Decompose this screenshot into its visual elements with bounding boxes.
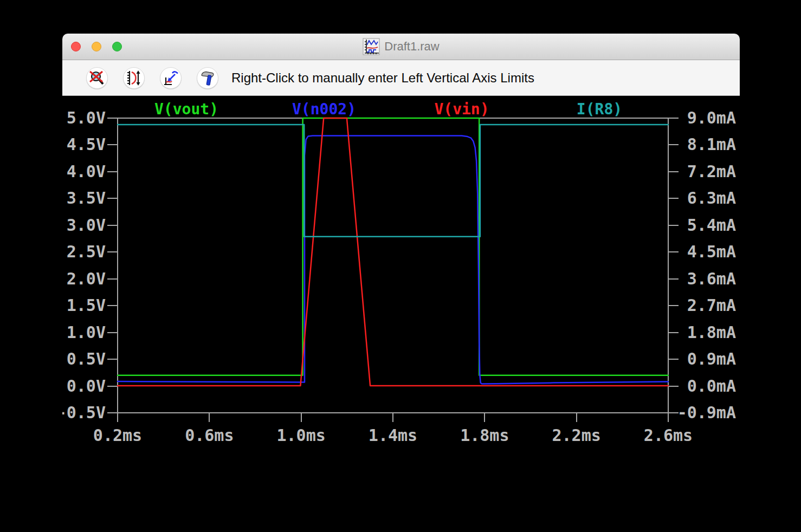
zoom-full-extents-icon bbox=[163, 70, 179, 86]
right-axis-tick-label: 1.8mA bbox=[687, 323, 736, 342]
left-axis-tick-label: 3.5V bbox=[67, 189, 106, 207]
title-group: Draft1.raw bbox=[363, 38, 439, 55]
right-axis-tick-label: 7.2mA bbox=[687, 162, 736, 181]
legend-vvin[interactable]: V(vin) bbox=[434, 100, 489, 118]
right-axis-tick-label: 2.7mA bbox=[687, 296, 736, 315]
legend-vn002[interactable]: V(n002) bbox=[292, 100, 356, 118]
minimize-button[interactable] bbox=[92, 42, 101, 51]
trace-ir8 bbox=[118, 125, 668, 237]
left-axis-tick-label: 1.5V bbox=[67, 296, 106, 315]
traffic-lights bbox=[71, 34, 122, 60]
left-axis-tick-label: 4.5V bbox=[67, 135, 106, 154]
plot-area: 0.2ms0.6ms1.0ms1.4ms1.8ms2.2ms2.6ms5.0V4… bbox=[62, 96, 740, 532]
titlebar[interactable]: Draft1.raw bbox=[62, 34, 740, 60]
left-axis-tick-label: 0.0V bbox=[67, 377, 106, 395]
x-axis-tick-label: 1.4ms bbox=[369, 426, 417, 445]
right-axis-tick-label: 8.1mA bbox=[687, 135, 736, 154]
x-axis-tick-label: 0.2ms bbox=[93, 426, 142, 445]
left-axis-tick-label: 3.0V bbox=[67, 216, 106, 235]
window-title: Draft1.raw bbox=[384, 40, 439, 54]
right-axis-tick-label: -0.9mA bbox=[677, 403, 736, 422]
undo-zoom-icon bbox=[89, 70, 105, 86]
left-axis-tick-label: 1.0V bbox=[67, 323, 106, 342]
maximize-button[interactable] bbox=[112, 42, 122, 51]
control-panel-button[interactable] bbox=[197, 67, 218, 89]
trace-vvin bbox=[118, 118, 668, 386]
close-button[interactable] bbox=[71, 42, 81, 51]
x-axis-tick-label: 1.0ms bbox=[277, 426, 326, 445]
control-panel-hammer-icon bbox=[199, 70, 216, 86]
right-axis-tick-label: 5.4mA bbox=[687, 216, 736, 235]
left-axis-tick-label: 2.0V bbox=[67, 269, 106, 288]
x-axis-tick-label: 1.8ms bbox=[460, 426, 509, 445]
x-axis-tick-label: 2.2ms bbox=[552, 426, 601, 445]
plot-border bbox=[118, 118, 668, 413]
left-axis-tick-label: 5.0V bbox=[67, 108, 106, 127]
waveform-document-icon bbox=[363, 38, 380, 55]
left-axis-tick-label: 0.5V bbox=[67, 349, 106, 368]
left-axis-tick-label: 2.5V bbox=[67, 242, 106, 261]
legend-ir8[interactable]: I(R8) bbox=[577, 100, 622, 118]
legend-vvout[interactable]: V(vout) bbox=[154, 100, 218, 118]
right-axis-tick-label: 9.0mA bbox=[687, 108, 736, 127]
status-message: Right-Click to manually enter Left Verti… bbox=[231, 70, 534, 86]
toolbar: Right-Click to manually enter Left Verti… bbox=[62, 60, 740, 96]
left-axis-tick-label: -0.5V bbox=[62, 403, 106, 422]
x-axis-tick-label: 2.6ms bbox=[644, 426, 693, 445]
left-axis-tick-label: 4.0V bbox=[67, 162, 106, 181]
autorange-vertical-axis-icon bbox=[126, 70, 142, 86]
right-axis-tick-label: 0.0mA bbox=[687, 377, 736, 395]
right-axis-tick-label: 0.9mA bbox=[687, 349, 736, 368]
trace-vn002 bbox=[118, 136, 668, 384]
right-axis-tick-label: 6.3mA bbox=[687, 189, 736, 207]
right-axis-tick-label: 4.5mA bbox=[687, 242, 736, 261]
autorange-vertical-axis-button[interactable] bbox=[123, 67, 145, 89]
right-axis-tick-label: 3.6mA bbox=[687, 269, 736, 288]
waveform-plot[interactable]: 0.2ms0.6ms1.0ms1.4ms1.8ms2.2ms2.6ms5.0V4… bbox=[62, 96, 740, 532]
undo-zoom-button[interactable] bbox=[86, 67, 108, 89]
zoom-full-extents-button[interactable] bbox=[160, 67, 182, 89]
trace-vvout bbox=[118, 118, 668, 375]
ltspice-waveform-window: Draft1.raw bbox=[62, 34, 740, 532]
x-axis-tick-label: 0.6ms bbox=[185, 426, 234, 445]
